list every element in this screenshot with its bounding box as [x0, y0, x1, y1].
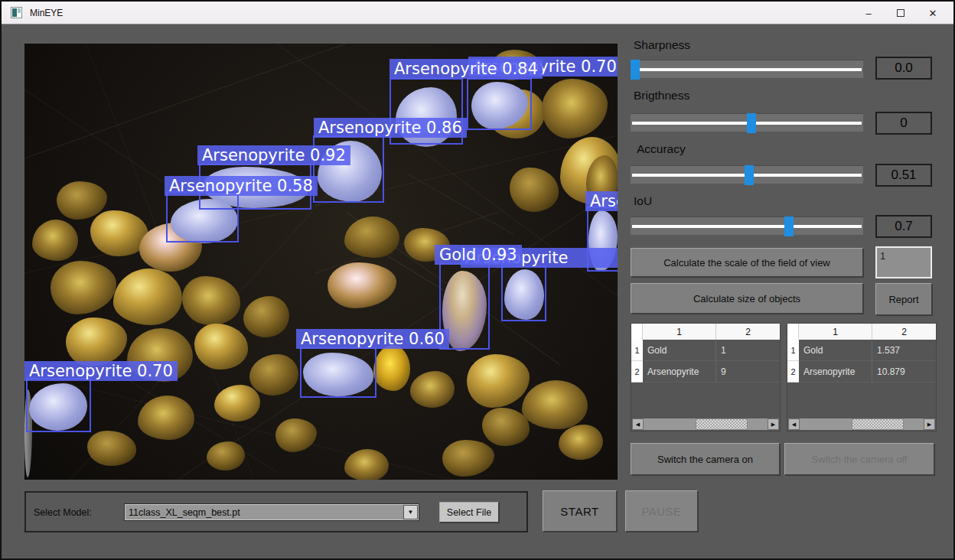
maximize-button[interactable]	[885, 2, 917, 24]
brightness-label: Brigthness	[634, 89, 689, 103]
cell-size[interactable]: 10.879	[872, 361, 936, 383]
accuracy-slider-handle[interactable]	[745, 165, 754, 185]
horizontal-scrollbar[interactable]: ◀ ▶	[632, 418, 779, 430]
row-header[interactable]: 2	[631, 361, 643, 383]
scrollbar-thumb[interactable]	[696, 418, 748, 430]
detection-box	[166, 191, 239, 243]
calculate-scale-button[interactable]: Calculate the scale of the field of view	[631, 248, 863, 277]
sharpness-slider-handle[interactable]	[631, 60, 640, 80]
table-row[interactable]: 2 Arsenopyrite 10.879	[787, 361, 936, 383]
detection-label: Arsenopyrite 0.86	[314, 118, 467, 138]
mineral-grain	[410, 371, 455, 408]
minimize-button[interactable]: –	[852, 2, 885, 24]
cell-count[interactable]: 9	[716, 361, 780, 383]
detection-box	[501, 265, 546, 321]
select-model-label: Select Model:	[34, 507, 92, 518]
camera-on-button[interactable]: Switch the camera on	[631, 443, 780, 475]
mineral-grain	[373, 345, 410, 391]
select-file-button[interactable]: Select File	[439, 502, 499, 523]
mineral-grain	[344, 217, 399, 258]
report-button[interactable]: Report	[875, 283, 932, 315]
column-header[interactable]: 2	[872, 324, 936, 340]
mineral-grain	[522, 380, 588, 429]
detection-label: Arsenopyrite 0.60	[296, 329, 449, 349]
mineral-grain	[214, 385, 260, 422]
table-corner	[631, 324, 643, 340]
cell-class[interactable]: Gold	[799, 340, 872, 361]
count-table[interactable]: 1 2 1 Gold 1 2 Arsenopyrite 9 ◀ ▶	[631, 323, 781, 431]
column-header[interactable]: 2	[716, 324, 780, 340]
column-header[interactable]: 1	[643, 324, 716, 340]
camera-image-view: Arsenopyrite 0.84Arsenopyrite 0.70Arseno…	[24, 44, 618, 480]
calculate-size-button[interactable]: Calculate size of objects	[631, 283, 863, 314]
brightness-value[interactable]: 0	[875, 112, 932, 135]
app-icon	[11, 7, 22, 18]
detection-box	[467, 78, 532, 130]
window-title: MinEYE	[30, 8, 63, 18]
table-corner	[787, 324, 799, 340]
row-header[interactable]: 1	[787, 340, 799, 361]
scroll-left-icon[interactable]: ◀	[788, 418, 800, 430]
cell-class[interactable]: Gold	[643, 340, 716, 361]
mineral-grain	[344, 449, 389, 480]
column-header[interactable]: 1	[799, 324, 872, 340]
detection-box	[26, 378, 91, 432]
chevron-down-icon[interactable]: ▼	[403, 505, 418, 519]
accuracy-label: Accuracy	[637, 142, 686, 156]
horizontal-scrollbar[interactable]: ◀ ▶	[788, 418, 935, 430]
pause-button: PAUSE	[625, 490, 698, 532]
sharpness-slider[interactable]	[631, 60, 863, 78]
scale-value-input[interactable]: 1	[875, 246, 932, 278]
iou-value[interactable]: 0.7	[875, 215, 932, 238]
cell-size[interactable]: 1.537	[872, 340, 936, 361]
close-button[interactable]: ✕	[917, 2, 949, 24]
sharpness-value[interactable]: 0.0	[875, 57, 932, 80]
mineral-grain	[138, 396, 194, 440]
model-dropdown[interactable]: 11class_XL_seqm_best.pt ▼	[124, 503, 419, 521]
maximize-icon	[897, 9, 904, 17]
cell-count[interactable]: 1	[716, 340, 780, 361]
title-bar: MinEYE – ✕	[2, 2, 953, 24]
row-header[interactable]: 2	[787, 361, 799, 383]
accuracy-slider[interactable]	[631, 165, 863, 184]
mineral-grain	[249, 354, 298, 396]
mineral-grain	[243, 296, 289, 337]
detection-label: Arsenopyrite 0.70	[24, 361, 178, 381]
scroll-left-icon[interactable]: ◀	[632, 418, 644, 430]
accuracy-value[interactable]: 0.51	[875, 164, 932, 187]
brightness-slider[interactable]	[631, 113, 863, 132]
mineral-grain	[207, 441, 245, 470]
iou-label: IoU	[634, 194, 652, 208]
detection-label: Arsenopyrite 0.84	[389, 59, 543, 79]
scrollbar-track[interactable]	[644, 418, 768, 430]
scroll-right-icon[interactable]: ▶	[768, 418, 779, 430]
cell-class[interactable]: Arsenopyrite	[799, 361, 872, 383]
brightness-slider-handle[interactable]	[747, 113, 756, 133]
detection-label: Gold 0.93	[435, 245, 522, 265]
scroll-right-icon[interactable]: ▶	[924, 418, 935, 430]
iou-slider[interactable]	[631, 217, 863, 235]
iou-slider-handle[interactable]	[784, 217, 794, 236]
table-row[interactable]: 1 Gold 1.537	[787, 340, 936, 361]
table-row[interactable]: 2 Arsenopyrite 9	[631, 361, 780, 383]
start-button[interactable]: START	[543, 490, 617, 532]
detection-label: Arsenopyrite 0.58	[165, 176, 318, 196]
detection-label: Arsenopyrite 0.92	[197, 145, 350, 165]
detection-box	[300, 347, 376, 398]
mineral-grain	[32, 220, 78, 261]
mineral-grain	[559, 425, 603, 460]
table-row[interactable]: 1 Gold 1	[631, 340, 780, 361]
sharpness-label: Sharpness	[634, 38, 690, 52]
scrollbar-thumb[interactable]	[852, 418, 904, 430]
app-window: MinEYE – ✕	[0, 0, 955, 560]
detection-label: Arsenopyrite	[585, 191, 618, 211]
camera-off-button: Switch the camera off	[784, 443, 934, 475]
size-table[interactable]: 1 2 1 Gold 1.537 2 Arsenopyrite 10.879 ◀…	[787, 323, 937, 431]
row-header[interactable]: 1	[631, 340, 643, 361]
scrollbar-track[interactable]	[800, 418, 924, 430]
cell-class[interactable]: Arsenopyrite	[643, 361, 716, 383]
model-dropdown-value: 11class_XL_seqm_best.pt	[125, 507, 403, 518]
